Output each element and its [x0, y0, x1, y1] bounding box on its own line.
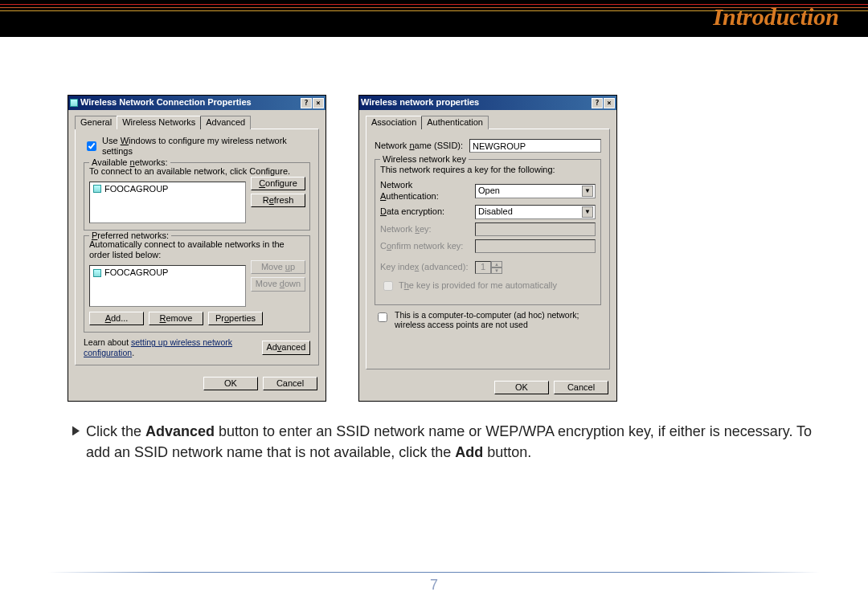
bullet-icon: [72, 426, 80, 435]
page-divider: [48, 572, 820, 573]
auto-connect-text: Automatically connect to available netwo…: [89, 239, 305, 260]
list-item[interactable]: FOOCAGROUP: [90, 266, 245, 280]
close-icon[interactable]: ×: [604, 98, 615, 108]
tab-association[interactable]: Association: [366, 116, 422, 129]
use-windows-label: Use Windows to configure my wireless net…: [102, 136, 310, 157]
cancel-button[interactable]: Cancel: [263, 377, 317, 390]
page-number: 7: [0, 577, 868, 594]
preferred-networks-fieldset: Preferred networks: Automatically connec…: [84, 235, 310, 333]
cancel-button[interactable]: Cancel: [554, 381, 608, 394]
net-auth-select[interactable]: Open▼: [475, 184, 596, 198]
learn-link[interactable]: setting up wireless network configuratio…: [84, 337, 232, 357]
key-index-spinner: 1▲▼: [475, 261, 502, 274]
add-button[interactable]: Add...: [89, 312, 144, 325]
properties-button[interactable]: Properties: [208, 312, 263, 325]
app-icon: [70, 99, 78, 107]
tab-wireless-networks[interactable]: Wireless Networks: [117, 116, 201, 129]
remove-button[interactable]: Remove: [149, 312, 203, 325]
available-networks-legend: Available networks:: [89, 157, 170, 168]
tab-authentication[interactable]: Authentication: [421, 116, 489, 129]
ok-button[interactable]: OK: [203, 377, 258, 390]
dialog-title: Wireless Network Connection Properties: [80, 97, 252, 108]
header-banner: Introduction: [0, 0, 868, 37]
tab-advanced[interactable]: Advanced: [200, 116, 251, 129]
data-enc-label: Data encryption:: [380, 206, 470, 217]
configure-button[interactable]: Configure: [251, 177, 305, 190]
signal-icon: [93, 269, 101, 277]
preferred-networks-legend: Preferred networks:: [89, 231, 171, 241]
wireless-key-fieldset: Wireless network key This network requir…: [375, 159, 601, 305]
requires-text: This network requires a key for the foll…: [380, 165, 596, 175]
preferred-networks-list[interactable]: FOOCAGROUP: [89, 265, 246, 307]
signal-icon: [93, 185, 101, 193]
close-icon[interactable]: ×: [313, 98, 324, 108]
available-networks-fieldset: Available networks: To connect to an ava…: [84, 162, 310, 231]
auto-key-checkbox: [383, 281, 393, 291]
help-icon[interactable]: ?: [301, 98, 312, 108]
adhoc-checkbox[interactable]: [378, 312, 387, 322]
wireless-key-legend: Wireless network key: [380, 154, 469, 165]
available-networks-list[interactable]: FOOCAGROUP: [89, 182, 246, 223]
tab-general[interactable]: General: [75, 116, 117, 129]
learn-text: Learn about setting up wireless network …: [84, 337, 262, 357]
dialog-network-properties: Wireless network properties ? × Associat…: [358, 95, 617, 402]
instruction-paragraph: Click the Advanced button to enter an SS…: [0, 402, 868, 463]
net-auth-label: Network Authentication:: [380, 180, 470, 201]
dialog-title: Wireless network properties: [361, 97, 479, 108]
adhoc-label: This is a computer-to-computer (ad hoc) …: [395, 310, 601, 330]
move-up-button: Move up: [251, 260, 305, 274]
confirm-key-label: Confirm network key:: [380, 241, 470, 251]
chevron-down-icon: ▼: [582, 206, 593, 218]
ok-button[interactable]: OK: [494, 381, 549, 394]
refresh-button[interactable]: Refresh: [251, 194, 305, 207]
confirm-key-input: [475, 239, 596, 253]
network-key-label: Network key:: [380, 224, 470, 235]
list-item[interactable]: FOOCAGROUP: [90, 182, 245, 196]
network-key-input: [475, 222, 596, 236]
advanced-button[interactable]: Advanced: [262, 341, 310, 354]
move-down-button: Move down: [251, 277, 305, 291]
help-icon[interactable]: ?: [592, 98, 603, 108]
data-enc-select[interactable]: Disabled▼: [475, 205, 596, 219]
auto-key-label: The key is provided for me automatically: [399, 280, 557, 291]
use-windows-checkbox[interactable]: [87, 141, 96, 151]
ssid-label: Network name (SSID):: [375, 141, 465, 151]
page-title: Introduction: [713, 3, 839, 31]
dialog-connection-properties: Wireless Network Connection Properties ?…: [68, 95, 326, 402]
key-index-label: Key index (advanced):: [380, 262, 470, 272]
ssid-input[interactable]: [469, 139, 601, 153]
chevron-down-icon: ▼: [582, 186, 593, 197]
